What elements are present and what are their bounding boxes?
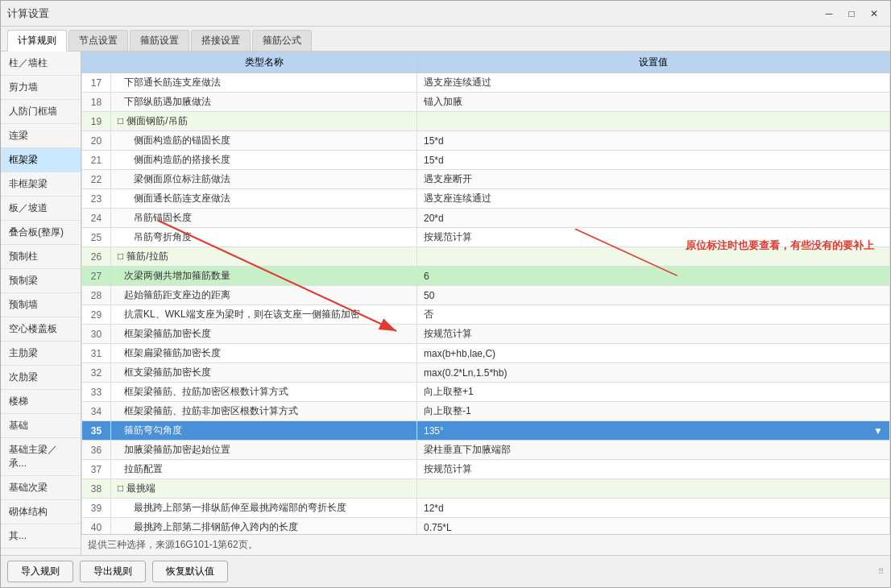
table-row[interactable]: 29抗震KL、WKL端支座为梁时，则在该支座一侧箍筋加密否 [82, 305, 890, 325]
sidebar-item-column-wall[interactable]: 柱／墙柱 [1, 52, 81, 76]
table-row[interactable]: 19□侧面钢筋/吊筋 [82, 112, 890, 131]
table-row-value: 否 [417, 305, 890, 325]
restore-defaults-button[interactable]: 恢复默认值 [152, 561, 228, 582]
table-row-num: 34 [82, 402, 111, 421]
table-row-name: 抗震KL、WKL端支座为梁时，则在该支座一侧箍筋加密 [111, 305, 417, 325]
table-row[interactable]: 34框架梁箍筋、拉筋非加密区根数计算方式向上取整-1 [82, 402, 890, 421]
table-row-value: 锚入加腋 [417, 93, 890, 112]
table-row-value [417, 112, 890, 131]
table-row-value [417, 247, 890, 267]
table-row[interactable]: 32框支梁箍筋加密长度max(0.2*Ln,1.5*hb) [82, 363, 890, 383]
sidebar-item-slab[interactable]: 板／坡道 [1, 197, 81, 221]
table-row[interactable]: 20侧面构造筋的锚固长度15*d [82, 131, 890, 151]
table-row-name: 框架扁梁箍筋加密长度 [111, 344, 417, 363]
tab-splice-settings[interactable]: 搭接设置 [191, 30, 251, 51]
sidebar-item-shear-wall[interactable]: 剪力墙 [1, 76, 81, 100]
main-window: 计算设置 ─ □ ✕ 计算规则 节点设置 箍筋设置 搭接设置 箍筋公式 柱／墙柱… [0, 0, 891, 588]
table-row-num: 38 [82, 479, 111, 499]
col-header-type: 类型名称 [111, 52, 417, 73]
maximize-button[interactable]: □ [842, 6, 861, 22]
table-row-value: 20*d [417, 209, 890, 228]
sidebar-item-stair[interactable]: 楼梯 [1, 390, 81, 414]
table-row[interactable]: 35箍筋弯勾角度135°▼ [82, 421, 890, 441]
table-row[interactable]: 39最挑跨上部第一排纵筋伸至最挑跨端部的弯折长度12*d [82, 499, 890, 518]
table-row-name: 加腋梁箍筋加密起始位置 [111, 441, 417, 460]
tab-node-settings[interactable]: 节点设置 [68, 30, 128, 51]
sidebar-item-main-rib[interactable]: 主肋梁 [1, 342, 81, 366]
table-row[interactable]: 31框架扁梁箍筋加密长度max(b+hb,lae,C) [82, 344, 890, 363]
table-row[interactable]: 38□最挑端 [82, 479, 890, 499]
table-row-value: 按规范计算 [417, 460, 890, 479]
sidebar-item-precast-column[interactable]: 预制柱 [1, 245, 81, 269]
table-row[interactable]: 27次梁两侧共增加箍筋数量6 [82, 267, 890, 286]
sidebar-item-foundation-main-beam[interactable]: 基础主梁／承... [1, 438, 81, 476]
table-row[interactable]: 36加腋梁箍筋加密起始位置梁柱垂直下加腋端部 [82, 441, 890, 460]
sidebar-item-non-frame-beam[interactable]: 非框架梁 [1, 172, 81, 197]
sidebar-item-masonry[interactable]: 砌体结构 [1, 500, 81, 524]
import-rules-button[interactable]: 导入规则 [7, 561, 73, 582]
table-row[interactable]: 24吊筋锚固长度20*d [82, 209, 890, 228]
sidebar-item-secondary-rib[interactable]: 次肋梁 [1, 366, 81, 390]
table-row-name: 拉筋配置 [111, 460, 417, 479]
tab-stirrup-settings[interactable]: 箍筋设置 [130, 30, 189, 51]
sidebar-item-foundation[interactable]: 基础 [1, 414, 81, 438]
minimize-button[interactable]: ─ [819, 6, 839, 22]
table-row-num: 31 [82, 344, 111, 363]
table-row-num: 18 [82, 93, 111, 112]
table-row[interactable]: 30框架梁箍筋加密长度按规范计算 [82, 325, 890, 344]
table-row-name: 侧面通长筋连支座做法 [111, 189, 417, 209]
table-row-num: 21 [82, 151, 111, 170]
sidebar-item-other[interactable]: 其... [1, 524, 81, 549]
table-row[interactable]: 26□箍筋/拉筋 [82, 247, 890, 267]
table-row-value: 15*d [417, 131, 890, 151]
table-row-value: 遇支座连续通过 [417, 73, 890, 93]
export-rules-button[interactable]: 导出规则 [80, 561, 146, 582]
table-row[interactable]: 28起始箍筋距支座边的距离50 [82, 286, 890, 305]
sidebar-item-civil-defense[interactable]: 人防门框墙 [1, 100, 81, 124]
table-row-value: 0.75*L [417, 518, 890, 535]
table-row-value: 12*d [417, 499, 890, 518]
table-row-value: 向上取整+1 [417, 383, 890, 402]
table-row[interactable]: 37拉筋配置按规范计算 [82, 460, 890, 479]
table-row-name: 侧面构造筋的锚固长度 [111, 131, 417, 151]
tab-stirrup-formula[interactable]: 箍筋公式 [252, 30, 312, 51]
table-row[interactable]: 40最挑跨上部第二排钢筋伸入跨内的长度0.75*L [82, 518, 890, 535]
sidebar-item-precast-wall[interactable]: 预制墙 [1, 293, 81, 317]
resize-handle: ⠿ [878, 567, 884, 576]
table-row[interactable]: 23侧面通长筋连支座做法遇支座连续通过 [82, 189, 890, 209]
table-row-name: 框架梁箍筋、拉筋非加密区根数计算方式 [111, 402, 417, 421]
table-row-num: 33 [82, 383, 111, 402]
tab-calculation-rules[interactable]: 计算规则 [7, 30, 67, 52]
table-row-num: 27 [82, 267, 111, 286]
table-row[interactable]: 22梁侧面原位标注筋做法遇支座断开 [82, 170, 890, 189]
col-header-value: 设置值 [417, 52, 890, 73]
close-button[interactable]: ✕ [864, 6, 884, 22]
table-row-name: 最挑跨上部第二排钢筋伸入跨内的长度 [111, 518, 417, 535]
table-row-name: □箍筋/拉筋 [111, 247, 417, 267]
table-row-num: 28 [82, 286, 111, 305]
table-row-value [417, 479, 890, 499]
sidebar-item-foundation-secondary-beam[interactable]: 基础次梁 [1, 476, 81, 500]
table-row-name: 最挑跨上部第一排纵筋伸至最挑跨端部的弯折长度 [111, 499, 417, 518]
table-row-value[interactable]: 135°▼ [417, 421, 890, 441]
table-row-name: 吊筋锚固长度 [111, 209, 417, 228]
status-text: 提供三种选择，来源16G101-1第62页。 [88, 539, 258, 550]
sidebar-item-coupling-beam[interactable]: 连梁 [1, 124, 81, 148]
table-row-num: 19 [82, 112, 111, 131]
table-area: 原位标注时也要查看，有些没有的要补上 [81, 52, 890, 534]
sidebar-item-hollow-slab[interactable]: 空心楼盖板 [1, 317, 81, 342]
sidebar-item-composite-slab[interactable]: 叠合板(整厚) [1, 221, 81, 245]
table-row-num: 23 [82, 189, 111, 209]
table-row-value: 按规范计算 [417, 228, 890, 247]
sidebar-item-frame-beam[interactable]: 框架梁 [1, 148, 81, 172]
table-row-num: 36 [82, 441, 111, 460]
sidebar-item-precast-beam[interactable]: 预制梁 [1, 269, 81, 293]
table-row[interactable]: 25吊筋弯折角度按规范计算 [82, 228, 890, 247]
table-row-name: 梁侧面原位标注筋做法 [111, 170, 417, 189]
table-row[interactable]: 33框架梁箍筋、拉筋加密区根数计算方式向上取整+1 [82, 383, 890, 402]
table-row-value: 按规范计算 [417, 325, 890, 344]
table-row-num: 22 [82, 170, 111, 189]
table-row[interactable]: 17下部通长筋连支座做法遇支座连续通过 [82, 73, 890, 93]
table-row[interactable]: 18下部纵筋遇加腋做法锚入加腋 [82, 93, 890, 112]
table-row[interactable]: 21侧面构造筋的搭接长度15*d [82, 151, 890, 170]
